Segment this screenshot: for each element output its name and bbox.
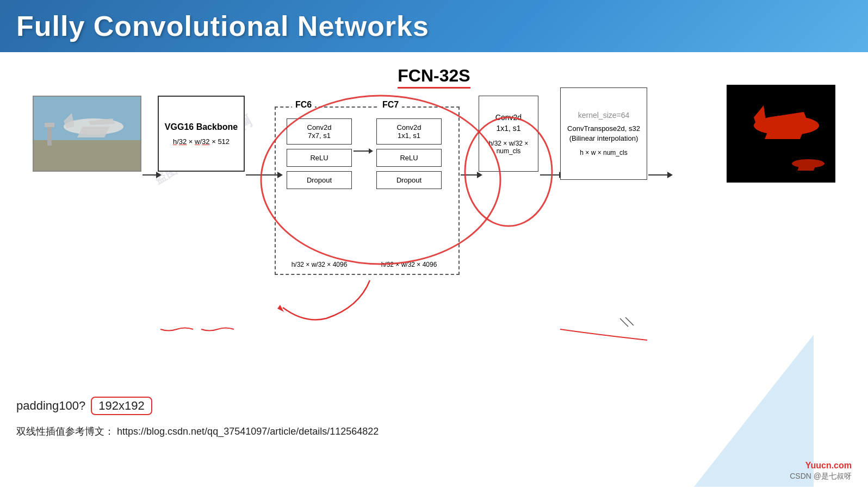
bottom-annotations: padding100? 192x192 双线性插值参考博文： https://b… [16, 397, 379, 438]
fc7-dim: h/32 × w/32 × 4096 [368, 261, 450, 268]
conv-after-dim: h/32 × w/32 × num_cls [479, 140, 538, 155]
conv-after-box: Conv2d1x1, s1 h/32 × w/32 × num_cls [479, 96, 538, 172]
output-image [727, 85, 835, 183]
conv-transpose-label: ConvTranspose2d, s32(Bilinear interpolat… [567, 124, 640, 143]
blue-triangle-decoration [694, 335, 814, 487]
conv-transpose-box: kernel_size=64 ConvTranspose2d, s32(Bili… [560, 87, 647, 180]
fc6-relu: ReLU [287, 149, 352, 167]
svg-marker-3 [77, 127, 110, 137]
fc7-relu: ReLU [376, 149, 442, 167]
fc6-dim: h/32 × w/32 × 4096 [278, 261, 360, 268]
svg-marker-14 [797, 164, 816, 171]
arrow-fc-conv [461, 172, 482, 178]
conv-after-label: Conv2d1x1, s1 [495, 112, 522, 134]
svg-rect-7 [45, 123, 54, 127]
csdn-text: CSDN @是七叔呀 [790, 472, 852, 481]
input-image [33, 96, 141, 172]
page-title: Fully Convolutional Networks [16, 10, 429, 42]
fc7-column: Conv2d1x1, s1 ReLU Dropout [376, 118, 442, 193]
arrow-input-vgg [142, 172, 162, 178]
fc6-fc7-arrow [354, 148, 373, 154]
padding-label: padding100? [16, 399, 85, 413]
svg-marker-10 [765, 126, 805, 139]
fc6-dropout: Dropout [287, 171, 352, 189]
fcn-underline [398, 87, 470, 89]
vgg-dim: h/32 × w/32 × 512 [173, 137, 230, 146]
fc7-dropout: Dropout [376, 171, 442, 189]
vgg-label: VGG16 Backbone [165, 122, 238, 132]
header: Fully Convolutional Networks [0, 0, 868, 52]
input-image-svg [34, 97, 141, 172]
fc7-label: FC7 [379, 100, 402, 110]
reference-label: 双线性插值参考博文： [16, 426, 114, 437]
fcn-label: FCN-32S [398, 66, 470, 86]
fc6-label: FC6 [292, 100, 315, 110]
fcn-title-container: FCN-32S [0, 66, 868, 86]
yuucn-watermark: Yuucn.com [805, 461, 852, 471]
svg-marker-17 [277, 305, 284, 312]
fc7-conv: Conv2d1x1, s1 [376, 118, 442, 145]
padding-row: padding100? 192x192 [16, 397, 379, 415]
reference-row: 双线性插值参考博文： https://blog.csdn.net/qq_3754… [16, 425, 379, 438]
conv-transpose-dim: h × w × num_cls [580, 149, 627, 156]
reference-url: https://blog.csdn.net/qq_37541097/articl… [117, 426, 379, 437]
vgg-box: VGG16 Backbone h/32 × w/32 × 512 [158, 96, 245, 172]
output-svg [727, 85, 835, 183]
fc-group-box: FC6 FC7 Conv2d7x7, s1 ReLU Dropout Conv2… [275, 106, 460, 275]
fc6-conv: Conv2d7x7, s1 [287, 118, 352, 145]
main-content: FCN-32S 啊！是谁啊 盗图可耻 VGG16 Bac [0, 52, 868, 487]
padding-value: 192x192 [91, 397, 152, 415]
arrow-output [648, 172, 673, 178]
fc6-column: Conv2d7x7, s1 ReLU Dropout [287, 118, 352, 193]
kernel-label: kernel_size=64 [578, 111, 630, 120]
